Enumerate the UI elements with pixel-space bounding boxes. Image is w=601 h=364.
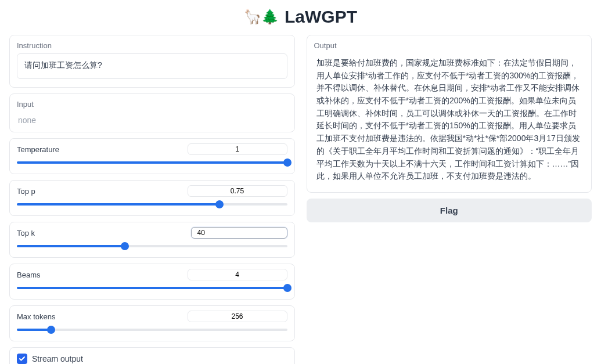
slider-thumb-icon[interactable] [121,242,129,250]
beams-value[interactable] [188,269,287,280]
page-title-row: 🦙🌲 LaWGPT [9,7,592,27]
max-tokens-slider[interactable] [17,326,287,334]
slider-thumb-icon[interactable] [215,200,224,208]
top-k-value[interactable] [191,227,287,239]
flag-button[interactable]: Flag [307,199,592,222]
top-p-slider-block: Top p [9,180,295,216]
temperature-label: Temperature [17,145,59,154]
max-tokens-slider-block: Max tokens [9,305,295,341]
page-title: LaWGPT [285,7,357,27]
output-label: Output [314,41,585,50]
beams-slider[interactable] [17,284,287,292]
left-column: Instruction Input none Temperature Top p [9,35,295,364]
stream-output-panel[interactable]: Stream output [9,347,295,364]
top-k-label: Top k [17,229,35,237]
temperature-slider[interactable] [17,158,287,167]
top-p-slider[interactable] [17,200,287,208]
max-tokens-value[interactable] [188,311,287,322]
beams-slider-block: Beams [9,264,295,300]
top-k-slider[interactable] [17,242,287,250]
top-k-slider-block: Top k [9,222,295,258]
input-field[interactable]: none [17,112,287,126]
stream-output-label: Stream output [32,354,83,363]
right-column: Output 加班是要给付加班费的，国家规定加班费标准如下：在法定节假日期间，用… [307,35,592,222]
instruction-panel: Instruction [9,35,295,88]
slider-thumb-icon[interactable] [283,158,291,167]
stream-output-checkbox[interactable] [17,354,27,364]
input-panel: Input none [9,93,295,132]
temperature-slider-block: Temperature [9,138,295,174]
top-p-value[interactable] [188,185,287,197]
slider-thumb-icon[interactable] [47,326,55,334]
output-text: 加班是要给付加班费的，国家规定加班费标准如下：在法定节假日期间，用人单位安排*动… [314,53,585,186]
max-tokens-label: Max tokens [17,312,55,321]
checkmark-icon [19,355,26,362]
slider-thumb-icon[interactable] [283,284,291,292]
llama-tree-icon: 🦙🌲 [244,9,279,25]
top-p-label: Top p [17,187,35,196]
input-label: Input [17,100,287,109]
beams-label: Beams [17,271,40,279]
temperature-value[interactable] [188,143,287,155]
instruction-input[interactable] [17,53,287,79]
instruction-label: Instruction [17,41,287,50]
output-panel: Output 加班是要给付加班费的，国家规定加班费标准如下：在法定节假日期间，用… [307,35,592,193]
